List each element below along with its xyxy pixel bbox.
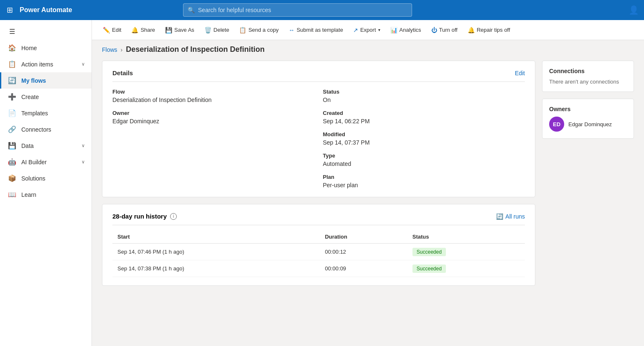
app-logo: Power Automate	[20, 6, 72, 14]
export-button[interactable]: ↗ Export ▾	[349, 24, 384, 36]
repair-tips-icon: 🔔	[468, 27, 475, 33]
edit-icon: ✏️	[103, 27, 110, 33]
status-value: On	[323, 97, 525, 103]
repair-tips-button[interactable]: 🔔 Repair tips off	[463, 24, 514, 36]
created-value: Sep 14, 06:22 PM	[323, 118, 525, 125]
solutions-icon: 📦	[8, 174, 16, 182]
search-bar[interactable]: 🔍	[183, 3, 412, 17]
modified-value: Sep 14, 07:37 PM	[323, 139, 525, 146]
hamburger-icon: ☰	[8, 28, 16, 36]
flow-group: Flow Deserialization of Inspection Defin…	[112, 89, 315, 103]
details-title: Details	[112, 69, 133, 76]
created-group: Created Sep 14, 06:22 PM	[323, 110, 525, 125]
table-row[interactable]: Sep 14, 07:46 PM (1 h ago) 00:00:12 Succ…	[112, 244, 525, 260]
sidebar-item-solutions[interactable]: 📦 Solutions	[0, 170, 92, 186]
sidebar-label-action-items: Action items	[21, 61, 53, 68]
search-input[interactable]	[198, 7, 407, 13]
sidebar-label-my-flows: My flows	[21, 77, 46, 84]
sidebar-item-my-flows[interactable]: 🔄 My flows	[0, 72, 92, 89]
edit-button[interactable]: ✏️ Edit	[99, 24, 125, 36]
sidebar-item-ai-builder[interactable]: 🤖 AI Builder ∨	[0, 154, 92, 170]
learn-icon: 📖	[8, 191, 16, 198]
topbar-user-area[interactable]: 👤	[629, 5, 639, 15]
analytics-button[interactable]: 📊 Analytics	[386, 24, 425, 36]
send-copy-button[interactable]: 📋 Send a copy	[235, 24, 283, 36]
all-runs-button[interactable]: 🔄 All runs	[496, 213, 525, 220]
user-icon[interactable]: 👤	[629, 5, 639, 15]
analytics-icon: 📊	[390, 27, 397, 33]
sidebar-item-home[interactable]: 🏠 Home	[0, 40, 92, 56]
details-right: Status On Created Sep 14, 06:22 PM Modif…	[323, 89, 525, 188]
created-label: Created	[323, 110, 525, 116]
send-copy-icon: 📋	[239, 27, 246, 33]
sidebar: ☰ 🏠 Home 📋 Action items ∨ 🔄 My flows ➕ C…	[0, 20, 92, 346]
templates-icon: 📄	[8, 109, 16, 117]
sidebar-item-data[interactable]: 💾 Data ∨	[0, 137, 92, 154]
run-duration: 00:00:12	[320, 244, 407, 260]
page-content: Details Edit Flow Deserialization of Ins…	[92, 54, 644, 346]
flow-value: Deserialization of Inspection Definition	[112, 97, 315, 103]
sidebar-item-action-items[interactable]: 📋 Action items ∨	[0, 56, 92, 72]
search-icon: 🔍	[188, 7, 195, 13]
modified-label: Modified	[323, 131, 525, 137]
data-chevron-icon: ∨	[81, 143, 85, 148]
breadcrumb: Flows › Deserialization of Inspection De…	[92, 40, 644, 54]
owner-item: ED Edgar Dominquez	[549, 117, 627, 132]
turn-off-button[interactable]: ⏻ Turn off	[427, 24, 462, 36]
table-header-row: Start Duration Status	[112, 230, 525, 244]
main-layout: ☰ 🏠 Home 📋 Action items ∨ 🔄 My flows ➕ C…	[0, 20, 644, 346]
run-status: Succeeded	[407, 260, 525, 277]
type-label: Type	[323, 153, 525, 159]
details-card: Details Edit Flow Deserialization of Ins…	[102, 61, 535, 197]
connections-title: Connections	[549, 68, 627, 74]
sidebar-label-templates: Templates	[21, 110, 48, 117]
export-chevron-icon: ▾	[378, 28, 380, 32]
breadcrumb-flows[interactable]: Flows	[102, 46, 117, 53]
modified-group: Modified Sep 14, 07:37 PM	[323, 131, 525, 146]
delete-button[interactable]: 🗑️ Delete	[200, 24, 234, 36]
breadcrumb-separator: ›	[121, 46, 123, 53]
connections-empty: There aren't any connections	[549, 79, 627, 85]
breadcrumb-current: Deserialization of Inspection Definition	[126, 45, 265, 54]
connections-card: Connections There aren't any connections	[542, 61, 634, 92]
submit-template-icon: ↔	[289, 27, 295, 33]
sidebar-item-templates[interactable]: 📄 Templates	[0, 105, 92, 121]
details-edit-button[interactable]: Edit	[515, 70, 525, 76]
grid-icon[interactable]: ⊞	[5, 4, 15, 16]
toolbar: ✏️ Edit 🔔 Share 💾 Save As 🗑️ Delete 📋 Se…	[92, 20, 644, 40]
owner-label: Owner	[112, 110, 315, 116]
sidebar-label-solutions: Solutions	[21, 175, 46, 182]
sidebar-item-create[interactable]: ➕ Create	[0, 89, 92, 105]
owner-avatar: ED	[549, 117, 564, 132]
save-as-icon: 💾	[165, 27, 172, 33]
right-panel: Connections There aren't any connections…	[542, 61, 634, 339]
col-start: Start	[112, 230, 320, 244]
sidebar-label-data: Data	[21, 142, 34, 149]
share-button[interactable]: 🔔 Share	[127, 24, 159, 36]
plan-label: Plan	[323, 174, 525, 180]
type-group: Type Automated	[323, 153, 525, 167]
share-icon: 🔔	[131, 27, 138, 33]
ai-builder-chevron-icon: ∨	[81, 159, 85, 165]
table-row[interactable]: Sep 14, 07:38 PM (1 h ago) 00:00:09 Succ…	[112, 260, 525, 277]
flow-label: Flow	[112, 89, 315, 95]
sidebar-label-connectors: Connectors	[21, 126, 51, 133]
all-runs-refresh-icon: 🔄	[496, 213, 503, 220]
submit-template-button[interactable]: ↔ Submit as template	[285, 24, 347, 36]
topbar: ⊞ Power Automate 🔍 👤	[0, 0, 644, 20]
sidebar-label-home: Home	[21, 45, 37, 51]
export-icon: ↗	[353, 27, 358, 33]
home-icon: 🏠	[8, 44, 16, 52]
plan-value: Per-user plan	[323, 182, 525, 188]
status-group: Status On	[323, 89, 525, 103]
owners-title: Owners	[549, 106, 627, 112]
sidebar-item-connectors[interactable]: 🔗 Connectors	[0, 121, 92, 137]
sidebar-item-learn[interactable]: 📖 Learn	[0, 186, 92, 203]
col-status: Status	[407, 230, 525, 244]
sidebar-hamburger[interactable]: ☰	[0, 23, 92, 40]
run-history-header: 28-day run history i 🔄 All runs	[112, 213, 525, 225]
info-icon[interactable]: i	[170, 213, 177, 220]
run-start: Sep 14, 07:46 PM (1 h ago)	[112, 244, 320, 260]
status-label: Status	[323, 89, 525, 95]
save-as-button[interactable]: 💾 Save As	[161, 24, 199, 36]
